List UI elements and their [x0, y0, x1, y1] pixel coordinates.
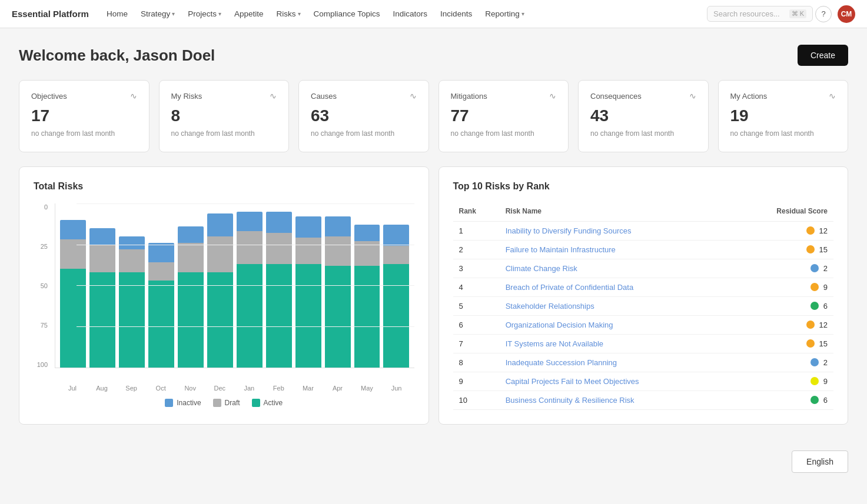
x-label-Sep: Sep — [118, 382, 144, 392]
score-value: 9 — [823, 283, 828, 292]
score-cell: 9 — [733, 278, 833, 296]
bar-inactive — [89, 228, 115, 245]
rank-cell: 3 — [453, 259, 500, 278]
risk-name-cell: Stakeholder Relationships — [500, 296, 733, 315]
stat-card-value-1: 8 — [171, 106, 277, 125]
y-label: 25 — [34, 243, 51, 250]
stat-card-header-4: Consequences ∿ — [590, 91, 696, 101]
help-button[interactable]: ? — [815, 6, 832, 22]
risk-link[interactable]: Organizational Decision Making — [506, 321, 613, 329]
nav-item-risks[interactable]: Risks▾ — [271, 6, 307, 22]
stat-card-header-0: Objectives ∿ — [31, 91, 137, 101]
nav-item-projects[interactable]: Projects▾ — [182, 6, 227, 22]
stat-card-sub-4: no change from last month — [590, 129, 696, 139]
y-label: 0 — [34, 203, 51, 211]
footer: English — [0, 441, 867, 482]
bar-active — [89, 272, 115, 368]
score-value: 12 — [819, 321, 828, 329]
nav-item-home[interactable]: Home — [101, 6, 134, 22]
top10-table: Rank Risk Name Residual Score 1 Inabilit… — [453, 203, 834, 410]
bar-draft — [148, 262, 174, 281]
stat-card-header-2: Causes ∿ — [311, 91, 417, 101]
nav-item-strategy[interactable]: Strategy▾ — [135, 6, 181, 22]
search-box[interactable]: Search resources... ⌘ K — [707, 6, 813, 22]
rank-cell: 4 — [453, 278, 500, 296]
create-button[interactable]: Create — [798, 45, 848, 66]
stat-card-5: My Actions ∿ 19 no change from last mont… — [718, 80, 849, 152]
risk-name-cell: Failure to Maintain Infrastructure — [500, 240, 733, 259]
stat-card-0: Objectives ∿ 17 no change from last mont… — [19, 80, 150, 152]
risk-name-cell: Inadequate Succession Planning — [500, 353, 733, 372]
stat-card-sub-1: no change from last month — [171, 129, 277, 139]
trend-icon-5: ∿ — [829, 91, 836, 101]
table-row: 4 Breach of Private of Confidential Data… — [453, 278, 834, 296]
nav-item-compliance-topics[interactable]: Compliance Topics — [308, 6, 386, 22]
risk-link[interactable]: Breach of Private of Confidential Data — [506, 283, 634, 292]
avatar[interactable]: CM — [838, 5, 855, 23]
bar-active — [60, 269, 86, 367]
table-row: 8 Inadequate Succession Planning 2 — [453, 353, 834, 372]
risk-link[interactable]: Capital Projects Fail to Meet Objectives — [506, 377, 639, 386]
score-value: 2 — [823, 264, 828, 273]
stat-card-sub-3: no change from last month — [451, 129, 557, 139]
nav-item-indicators[interactable]: Indicators — [387, 6, 434, 22]
x-label-May: May — [354, 382, 380, 392]
bar-draft — [119, 249, 145, 272]
stat-card-value-3: 77 — [451, 106, 557, 125]
bar-inactive — [178, 226, 204, 243]
x-label-Jul: Jul — [59, 382, 85, 392]
legend-color — [252, 399, 260, 407]
score-cell: 12 — [733, 221, 833, 240]
risk-link[interactable]: Business Continuity & Resilience Risk — [506, 396, 635, 405]
stat-card-label-1: My Risks — [171, 92, 202, 101]
search-shortcut: ⌘ K — [789, 9, 806, 18]
bar-active — [354, 266, 380, 368]
bar-inactive — [383, 225, 409, 246]
x-label-Mar: Mar — [295, 382, 321, 392]
brand-logo: Essential Platform — [12, 9, 89, 19]
bar-inactive — [325, 216, 351, 236]
score-cell: 2 — [733, 353, 833, 372]
page-title: Welcome back, Jason Doel — [19, 46, 215, 65]
nav-item-incidents[interactable]: Incidents — [434, 6, 478, 22]
chart-title: Total Risks — [34, 181, 414, 192]
nav-item-reporting[interactable]: Reporting▾ — [479, 6, 530, 22]
legend-label: Active — [264, 399, 283, 407]
chevron-down-icon: ▾ — [298, 11, 301, 17]
x-label-Dec: Dec — [207, 382, 232, 392]
table-row: 7 IT Systems are Not Available 15 — [453, 334, 834, 353]
stat-card-4: Consequences ∿ 43 no change from last mo… — [578, 80, 709, 152]
top10-panel: Top 10 Risks by Rank Rank Risk Name Resi… — [439, 166, 849, 425]
bar-active — [237, 264, 263, 368]
score-cell: 2 — [733, 259, 833, 278]
bar-active — [325, 266, 351, 368]
bar-active — [295, 264, 321, 368]
legend-label: Inactive — [177, 399, 201, 407]
legend-label: Draft — [225, 399, 240, 407]
chevron-down-icon: ▾ — [521, 11, 524, 17]
stat-card-label-2: Causes — [311, 92, 337, 101]
table-row: 9 Capital Projects Fail to Meet Objectiv… — [453, 372, 834, 390]
language-button[interactable]: English — [792, 450, 848, 473]
bar-inactive — [354, 225, 380, 241]
nav-item-appetite[interactable]: Appetite — [228, 6, 270, 22]
bar-draft — [207, 236, 233, 272]
risk-link[interactable]: Failure to Maintain Infrastructure — [506, 245, 616, 254]
legend-color — [213, 399, 221, 407]
chart-y-axis: 1007550250 — [34, 203, 51, 368]
risk-link[interactable]: Stakeholder Relationships — [506, 302, 594, 311]
risk-name-cell: Business Continuity & Resilience Risk — [500, 390, 733, 409]
trend-icon-2: ∿ — [410, 91, 417, 101]
table-row: 1 Inability to Diversify Funding Sources… — [453, 221, 834, 240]
bar-draft — [178, 243, 204, 272]
y-label: 50 — [34, 282, 51, 289]
y-label: 75 — [34, 322, 51, 329]
risk-link[interactable]: Climate Change Risk — [506, 264, 577, 273]
risk-link[interactable]: IT Systems are Not Available — [506, 339, 603, 348]
x-label-Aug: Aug — [89, 382, 115, 392]
score-cell: 15 — [733, 334, 833, 353]
risk-link[interactable]: Inadequate Succession Planning — [506, 358, 617, 367]
risk-link[interactable]: Inability to Diversify Funding Sources — [506, 226, 632, 235]
rank-cell: 9 — [453, 372, 500, 390]
stat-cards-row: Objectives ∿ 17 no change from last mont… — [19, 80, 848, 152]
